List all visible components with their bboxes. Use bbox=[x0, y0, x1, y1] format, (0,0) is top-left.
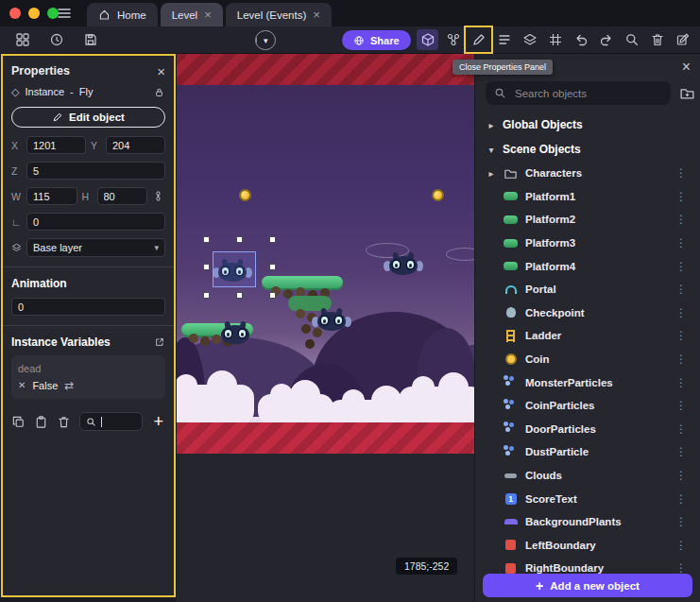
add-variable-button[interactable]: + bbox=[151, 413, 165, 430]
paste-icon[interactable] bbox=[34, 415, 48, 429]
scene-objects-section[interactable]: ▾ Scene Objects bbox=[485, 137, 694, 162]
tab-level[interactable]: Level × bbox=[161, 3, 223, 26]
undo-icon[interactable] bbox=[570, 29, 591, 50]
resize-handle[interactable] bbox=[269, 292, 276, 299]
close-panel-icon[interactable]: × bbox=[157, 64, 165, 78]
item-menu-icon[interactable] bbox=[675, 190, 694, 203]
open-variables-editor-icon[interactable] bbox=[154, 336, 165, 348]
item-menu-icon[interactable] bbox=[675, 236, 694, 249]
resize-handle[interactable] bbox=[236, 292, 243, 299]
resize-handle[interactable] bbox=[203, 292, 210, 299]
resize-handle[interactable] bbox=[203, 264, 210, 270]
object-list-item[interactable]: MonsterParticles bbox=[485, 370, 694, 394]
height-field[interactable] bbox=[97, 187, 148, 205]
width-field[interactable] bbox=[26, 187, 77, 205]
item-menu-icon[interactable] bbox=[675, 376, 694, 389]
object-list-item[interactable]: ScoreText bbox=[485, 487, 694, 510]
layers-icon[interactable] bbox=[519, 29, 540, 50]
close-tab-icon[interactable]: × bbox=[204, 9, 212, 21]
object-list-item[interactable]: Clouds bbox=[485, 464, 694, 488]
copy-icon[interactable] bbox=[11, 415, 26, 429]
object-list-item[interactable]: Portal bbox=[485, 278, 694, 301]
object-list-item[interactable]: Platform4 bbox=[485, 254, 694, 278]
close-window-button[interactable] bbox=[9, 8, 21, 19]
edit-object-button[interactable]: Edit object bbox=[11, 107, 165, 128]
properties-panel-toggle-icon[interactable] bbox=[468, 29, 489, 50]
item-menu-icon[interactable] bbox=[675, 166, 694, 180]
minimize-window-button[interactable] bbox=[28, 8, 40, 19]
object-list-item[interactable]: Coin bbox=[485, 348, 694, 371]
search-objects-box[interactable] bbox=[486, 81, 671, 105]
edit-scene-icon[interactable] bbox=[672, 29, 693, 50]
object-thumbnail-icon bbox=[505, 353, 517, 365]
object-list-item[interactable]: Platform1 bbox=[485, 185, 694, 209]
item-menu-icon[interactable] bbox=[675, 422, 694, 436]
object-list-item[interactable]: DoorParticles bbox=[485, 418, 694, 441]
global-objects-section[interactable]: ▸ Global Objects bbox=[485, 112, 694, 137]
preview-dropdown-icon[interactable]: ▾ bbox=[257, 36, 275, 45]
add-folder-icon[interactable] bbox=[679, 85, 695, 101]
item-menu-icon[interactable] bbox=[675, 515, 694, 528]
variable-row[interactable]: dead ✕ False ⇄ bbox=[11, 355, 165, 399]
item-menu-icon[interactable] bbox=[675, 260, 694, 273]
close-tab-icon[interactable]: × bbox=[313, 9, 320, 21]
object-list-item[interactable]: Platform3 bbox=[485, 232, 694, 255]
close-objects-panel-icon[interactable]: × bbox=[682, 60, 691, 75]
item-menu-icon[interactable] bbox=[675, 353, 694, 366]
resize-handle[interactable] bbox=[269, 264, 276, 270]
menu-icon[interactable] bbox=[57, 6, 72, 21]
objects-panel-icon[interactable] bbox=[417, 29, 438, 50]
object-list-item[interactable]: LeftBoundary bbox=[485, 534, 694, 558]
x-field[interactable] bbox=[26, 136, 86, 154]
search-objects-input[interactable] bbox=[513, 87, 662, 100]
coin-sprite[interactable] bbox=[432, 189, 444, 201]
search-variables-input[interactable] bbox=[79, 412, 143, 431]
resize-handle[interactable] bbox=[203, 236, 210, 243]
fly-sprite[interactable] bbox=[386, 252, 420, 275]
trash-icon[interactable] bbox=[646, 29, 668, 50]
z-field[interactable] bbox=[26, 162, 165, 180]
y-field[interactable] bbox=[106, 136, 165, 154]
panels-layout-icon[interactable] bbox=[11, 29, 33, 50]
object-list-item[interactable]: Platform2 bbox=[485, 208, 694, 232]
object-list-item[interactable]: BackgroundPlants bbox=[485, 510, 694, 534]
resize-handle[interactable] bbox=[269, 236, 276, 243]
item-menu-icon[interactable] bbox=[675, 213, 694, 226]
layer-select[interactable]: Base layer ▾ bbox=[26, 238, 165, 257]
grid-icon[interactable] bbox=[544, 29, 566, 50]
add-new-object-button[interactable]: + Add a new object bbox=[483, 574, 692, 597]
item-menu-icon[interactable] bbox=[675, 306, 694, 319]
item-menu-icon[interactable] bbox=[675, 539, 694, 552]
resize-handle[interactable] bbox=[236, 236, 243, 243]
link-dimensions-icon[interactable] bbox=[152, 190, 165, 202]
item-menu-icon[interactable] bbox=[675, 399, 694, 412]
redo-icon[interactable] bbox=[595, 29, 617, 50]
save-icon[interactable] bbox=[79, 29, 101, 50]
preview-button[interactable]: Preview ▾ bbox=[255, 30, 276, 50]
object-list-item[interactable]: Checkpoint bbox=[485, 301, 694, 325]
object-list-item[interactable]: Ladder bbox=[485, 324, 694, 348]
item-menu-icon[interactable] bbox=[675, 469, 694, 482]
rotation-field[interactable] bbox=[26, 213, 165, 231]
fly-sprite[interactable] bbox=[315, 308, 349, 331]
zoom-icon[interactable] bbox=[621, 29, 642, 50]
instances-group-icon[interactable] bbox=[442, 29, 464, 50]
object-list-item[interactable]: DustParticle bbox=[485, 440, 694, 464]
share-button[interactable]: Share bbox=[342, 30, 411, 50]
item-menu-icon[interactable] bbox=[675, 492, 694, 506]
animation-field[interactable] bbox=[11, 298, 165, 316]
delete-icon[interactable] bbox=[57, 415, 71, 429]
item-menu-icon[interactable] bbox=[675, 329, 694, 342]
tab-level-events[interactable]: Level (Events) × bbox=[226, 3, 332, 26]
fly-sprite[interactable] bbox=[218, 321, 252, 344]
tab-home[interactable]: Home bbox=[87, 3, 158, 26]
coin-sprite[interactable] bbox=[239, 189, 251, 201]
instance-list-icon[interactable] bbox=[493, 29, 515, 50]
lock-icon[interactable] bbox=[153, 86, 165, 98]
history-icon[interactable] bbox=[45, 29, 67, 50]
toggle-value-icon[interactable]: ⇄ bbox=[64, 379, 74, 392]
item-menu-icon[interactable] bbox=[675, 445, 694, 458]
object-list-item[interactable]: CoinParticles bbox=[485, 394, 694, 418]
object-folder-characters[interactable]: ▸ Characters bbox=[485, 162, 694, 185]
item-menu-icon[interactable] bbox=[675, 283, 694, 296]
